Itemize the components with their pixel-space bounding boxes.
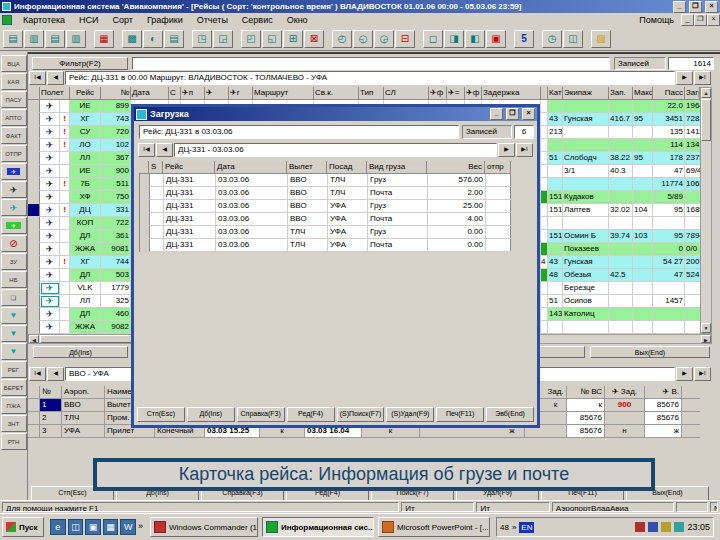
toolbar-button[interactable]: ▨ (591, 30, 611, 48)
tray-icon[interactable] (648, 522, 658, 532)
menu-item[interactable]: Отчеты (190, 14, 235, 26)
flight-code-cell[interactable]: ХФ (70, 191, 101, 204)
column-header-zagr[interactable]: Загр (685, 87, 700, 100)
row-selector-cell[interactable] (28, 269, 40, 282)
scroll-down-button[interactable]: ▼ (701, 323, 711, 333)
row-selector-cell[interactable] (28, 165, 40, 178)
toolbar-button[interactable]: ◳ (192, 30, 212, 48)
flight-code-cell[interactable]: ДЛ (70, 269, 101, 282)
column-header-board-number[interactable]: № ВС (567, 386, 605, 399)
row-selector-cell[interactable] (28, 126, 40, 139)
last-record-button[interactable]: ▶I (694, 367, 711, 381)
exit-button[interactable]: Вых(End) (590, 346, 710, 358)
row-selector-cell[interactable] (28, 178, 40, 191)
row-selector-cell[interactable] (28, 113, 40, 126)
next-record-button[interactable]: ▶ (676, 367, 693, 381)
toolbar-button[interactable]: ⊠ (304, 30, 324, 48)
column-header-zad[interactable]: Зад. (545, 386, 567, 399)
cargo-row[interactable]: ДЦ-331 03.03.06 ТЛЧ УФА Груз 0.00 (140, 226, 510, 239)
row-selector-cell[interactable] (28, 100, 40, 113)
column-header-arrival[interactable]: Посад (327, 161, 367, 174)
toolbar-button[interactable]: ▥ (24, 30, 44, 48)
flight-code-cell[interactable]: СУ (70, 126, 101, 139)
toolbar-button[interactable]: ⊞ (283, 30, 303, 48)
flight-number-cell[interactable]: 9082 (101, 321, 131, 334)
toolbar-button[interactable]: ◶ (374, 30, 394, 48)
toolbar-button[interactable]: ◷ (542, 30, 562, 48)
toolbar-button[interactable]: ▥ (66, 30, 86, 48)
left-toolbar-button[interactable]: РЕГ (1, 361, 27, 378)
toolbar-button[interactable]: 5 (514, 30, 534, 48)
flight-number-cell[interactable]: 102 (101, 139, 131, 152)
flight-code-cell[interactable]: ЖЖА (70, 243, 101, 256)
dialog-action-button[interactable]: Печ(F11) (436, 407, 484, 422)
close-button[interactable]: × (705, 1, 718, 13)
dialog-action-button[interactable]: Стп(Esc) (137, 407, 185, 422)
column-header-polet[interactable]: Полет (40, 87, 70, 100)
row-selector-cell[interactable] (28, 256, 40, 269)
toolbar-button[interactable]: ▤ (45, 30, 65, 48)
row-selector-cell[interactable] (28, 425, 40, 438)
column-header-plane-zad[interactable]: ✈ Зад. (605, 386, 645, 399)
column-header-kat[interactable]: Кат (548, 87, 563, 100)
column-header-ekipazh[interactable]: Экипаж (563, 87, 609, 100)
toolbar-button[interactable]: ◻ (423, 30, 443, 48)
column-header-reis[interactable]: Рейс (163, 161, 215, 174)
flight-code-cell[interactable]: ЖЖА (70, 321, 101, 334)
column-header-otpr[interactable]: отпр (485, 161, 511, 174)
dialog-action-button[interactable]: (S)Поиск(F7) (337, 407, 385, 422)
column-header-departure[interactable]: Вылет (287, 161, 327, 174)
flight-number-cell[interactable]: 899 (101, 100, 131, 113)
cargo-row[interactable]: ДЦ-331 03.03.06 ВВО ТЛЧ Почта 2.00 (140, 187, 510, 200)
toolbar-button[interactable]: ▤ (3, 30, 23, 48)
column-header-maks[interactable]: Макс (633, 87, 653, 100)
column-header-pass[interactable]: Пасс (653, 87, 685, 100)
quick-launch-icon[interactable]: ▣ (85, 519, 101, 535)
flight-code-cell[interactable]: ДЛ (70, 308, 101, 321)
left-toolbar-button[interactable]: НБ (1, 271, 27, 288)
language-indicator[interactable]: EN (519, 522, 534, 533)
minimize-button[interactable]: _ (673, 1, 686, 13)
quick-launch-overflow-chevron[interactable]: » (138, 521, 143, 531)
left-toolbar-button[interactable]: ПАСУ (1, 91, 27, 108)
flight-number-cell[interactable]: 361 (101, 230, 131, 243)
prev-record-button[interactable]: ◀ (156, 143, 173, 157)
column-header-p3[interactable]: ✈г (229, 87, 253, 100)
flight-code-cell[interactable]: ЛО (70, 139, 101, 152)
row-selector-cell[interactable] (28, 308, 40, 321)
flight-number-cell[interactable]: 743 (101, 113, 131, 126)
cargo-row[interactable]: ДЦ-331 03.03.06 ВВО УФА Почта 4.00 (140, 213, 510, 226)
row-selector-cell[interactable] (28, 152, 40, 165)
segment-number-cell[interactable]: 2 (40, 412, 62, 425)
row-selector-cell[interactable] (140, 187, 150, 200)
menu-item[interactable]: Сервис (235, 14, 280, 26)
flight-code-cell[interactable]: ДЦ (70, 204, 101, 217)
column-header-p2[interactable]: ✈ (205, 87, 229, 100)
row-selector-cell[interactable] (28, 321, 40, 334)
menu-item[interactable]: НСИ (72, 14, 105, 26)
row-selector-cell[interactable] (140, 200, 150, 213)
prev-record-button[interactable]: ◀ (47, 71, 64, 85)
row-selector-cell[interactable] (28, 230, 40, 243)
column-header-p1[interactable]: ✈п (181, 87, 205, 100)
dialog-close-button[interactable]: × (522, 108, 535, 120)
flight-code-cell[interactable]: ХГ (70, 256, 101, 269)
column-header-weight[interactable]: Вес (427, 161, 485, 174)
toolbar-button[interactable]: ⊟ (395, 30, 415, 48)
toolbar-button[interactable]: ◵ (353, 30, 373, 48)
toolbar-button[interactable]: ◐ (143, 30, 163, 48)
row-selector-cell[interactable] (28, 412, 40, 425)
left-toolbar-button[interactable]: АПТО (1, 109, 27, 126)
prev-record-button[interactable]: ◀ (47, 367, 64, 381)
left-toolbar-button[interactable]: РТН (1, 433, 27, 450)
row-selector-cell[interactable] (140, 226, 150, 239)
taskbar-task-powerpoint[interactable]: Microsoft PowerPoint - [... (378, 517, 490, 537)
restore-button[interactable]: ❐ (689, 1, 702, 13)
left-toolbar-button[interactable]: ❏ (1, 289, 27, 306)
column-header-zap[interactable]: Зап. (609, 87, 633, 100)
flight-number-cell[interactable]: 1779 (101, 282, 131, 295)
row-selector-cell[interactable] (28, 204, 40, 217)
column-header-sl[interactable]: СЛ (384, 87, 429, 100)
toolbar-button[interactable]: ▦ (94, 30, 114, 48)
row-selector-cell[interactable] (28, 139, 40, 152)
